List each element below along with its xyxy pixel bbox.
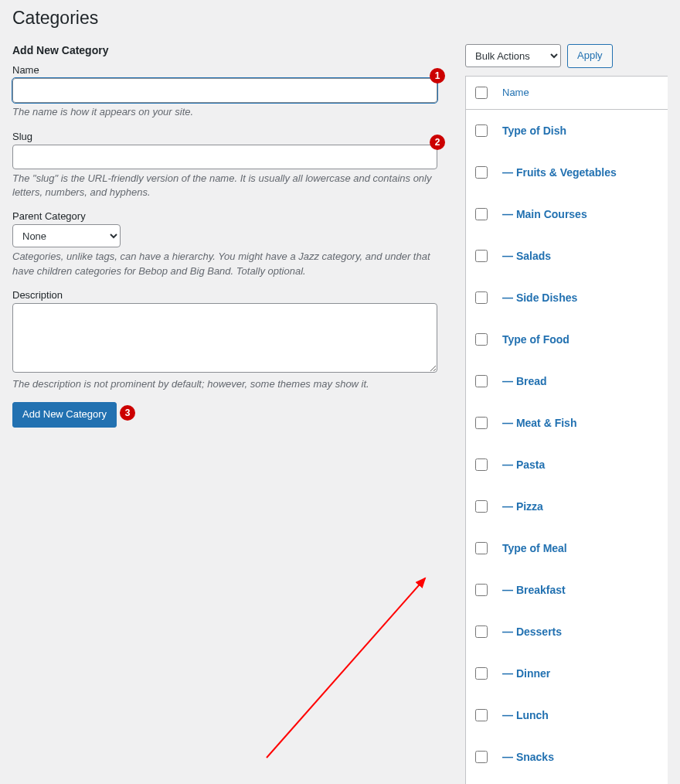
- col-header-name[interactable]: Name: [502, 87, 529, 98]
- row-checkbox[interactable]: [475, 625, 488, 638]
- table-row: — Snacks: [466, 736, 668, 778]
- row-checkbox[interactable]: [475, 124, 488, 137]
- category-link[interactable]: Type of Dish: [502, 124, 566, 137]
- table-row: Uncategorized: [466, 778, 668, 784]
- table-row: — Pasta: [466, 444, 668, 486]
- category-link[interactable]: — Fruits & Vegetables: [502, 166, 617, 179]
- table-row: — Pizza: [466, 486, 668, 527]
- annotation-badge-3: 3: [120, 405, 135, 421]
- row-checkbox[interactable]: [475, 667, 488, 680]
- category-link[interactable]: — Lunch: [502, 709, 549, 721]
- description-hint: The description is not prominent by defa…: [12, 377, 437, 391]
- category-link[interactable]: — Main Courses: [502, 208, 587, 220]
- name-label: Name: [12, 64, 437, 76]
- row-checkbox[interactable]: [475, 500, 488, 513]
- categories-table: Name Type of Dish— Fruits & Vegetables— …: [465, 76, 668, 784]
- description-label: Description: [12, 289, 437, 301]
- table-row: — Dinner: [466, 653, 668, 694]
- table-row: — Fruits & Vegetables: [466, 152, 668, 193]
- table-row: — Salads: [466, 235, 668, 277]
- row-checkbox[interactable]: [475, 166, 488, 179]
- bulk-actions-select[interactable]: Bulk Actions: [465, 44, 561, 67]
- name-hint: The name is how it appears on your site.: [12, 105, 437, 119]
- row-checkbox[interactable]: [475, 542, 488, 554]
- row-checkbox[interactable]: [475, 250, 488, 262]
- category-link[interactable]: — Pizza: [502, 500, 543, 513]
- row-checkbox[interactable]: [475, 291, 488, 304]
- category-link[interactable]: — Desserts: [502, 625, 562, 638]
- slug-hint: The "slug" is the URL-friendly version o…: [12, 172, 437, 199]
- slug-label: Slug: [12, 131, 437, 142]
- table-row: Type of Food: [466, 319, 668, 360]
- form-heading: Add New Category: [12, 44, 437, 56]
- category-link[interactable]: — Bread: [502, 375, 547, 387]
- table-row: — Lunch: [466, 694, 668, 736]
- category-link[interactable]: — Pasta: [502, 458, 545, 471]
- annotation-badge-2: 2: [430, 135, 445, 150]
- parent-hint: Categories, unlike tags, can have a hier…: [12, 250, 437, 278]
- row-checkbox[interactable]: [475, 417, 488, 429]
- apply-button[interactable]: Apply: [567, 44, 613, 68]
- table-row: — Breakfast: [466, 569, 668, 611]
- table-row: — Meat & Fish: [466, 402, 668, 444]
- row-checkbox[interactable]: [475, 709, 488, 721]
- row-checkbox[interactable]: [475, 333, 488, 346]
- row-checkbox[interactable]: [475, 458, 488, 471]
- category-link[interactable]: — Dinner: [502, 667, 550, 680]
- row-checkbox[interactable]: [475, 751, 488, 763]
- row-checkbox[interactable]: [475, 375, 488, 387]
- category-link[interactable]: — Breakfast: [502, 584, 566, 596]
- row-checkbox[interactable]: [475, 584, 488, 596]
- table-row: — Main Courses: [466, 193, 668, 235]
- table-row: — Side Dishes: [466, 277, 668, 319]
- parent-select[interactable]: None: [12, 224, 121, 247]
- table-row: — Desserts: [466, 611, 668, 653]
- category-link[interactable]: — Meat & Fish: [502, 417, 576, 429]
- category-link[interactable]: — Snacks: [502, 751, 554, 763]
- annotation-badge-1: 1: [430, 68, 445, 84]
- name-input[interactable]: [12, 78, 437, 103]
- table-row: Type of Dish: [466, 109, 668, 152]
- add-category-button[interactable]: Add New Category: [12, 402, 117, 428]
- category-link[interactable]: — Side Dishes: [502, 291, 577, 304]
- description-input[interactable]: [12, 303, 437, 373]
- table-row: Type of Meal: [466, 527, 668, 569]
- row-checkbox[interactable]: [475, 208, 488, 220]
- category-link[interactable]: — Salads: [502, 250, 551, 262]
- category-link[interactable]: Type of Food: [502, 333, 570, 346]
- category-link[interactable]: Type of Meal: [502, 542, 567, 554]
- select-all-top[interactable]: [475, 87, 488, 99]
- parent-label: Parent Category: [12, 210, 437, 222]
- slug-input[interactable]: [12, 145, 437, 169]
- add-category-form: Add New Category Name 1 The name is how …: [12, 44, 437, 784]
- table-row: — Bread: [466, 360, 668, 402]
- page-title: Categories: [12, 8, 668, 29]
